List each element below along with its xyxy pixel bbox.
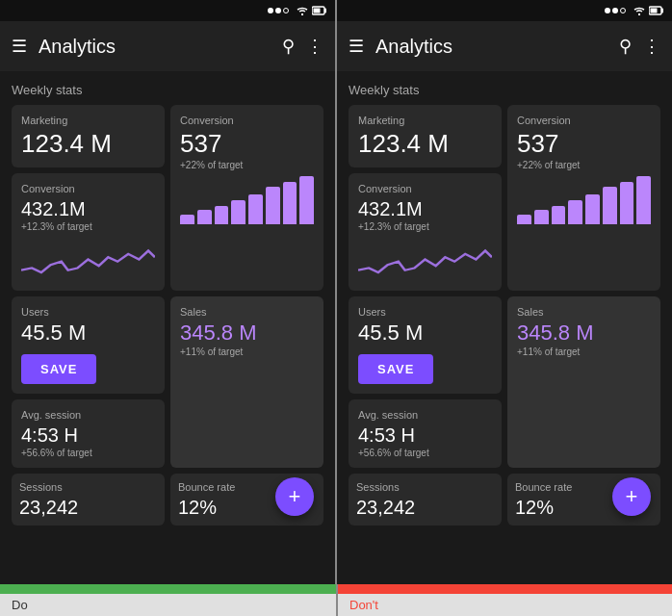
battery-icon-left (312, 6, 327, 15)
svg-rect-1 (314, 9, 321, 13)
users-value-left: 45.5 M (21, 321, 155, 345)
conversion-top-card-left: Conversion 537 +22% of target (170, 105, 323, 291)
sessions-label-left: Sessions (19, 481, 157, 493)
app-title-left: Analytics (39, 36, 271, 58)
bar-3-left (215, 206, 229, 224)
signal-dot-3-r (620, 8, 626, 13)
bounce-rate-card-left: Bounce rate 12% + (170, 474, 323, 526)
do-indicator (0, 584, 336, 594)
conversion-main-value-right: 432.1M (358, 198, 492, 219)
conversion-main-sub-right: +12.3% of target (358, 221, 492, 232)
more-icon-left[interactable]: ⋮ (306, 36, 323, 57)
app-bar-left: ☰ Analytics ⚲ ⋮ (0, 21, 335, 71)
bar-1-right (517, 215, 531, 224)
more-icon-right[interactable]: ⋮ (643, 36, 660, 57)
bar-1-left (180, 215, 194, 224)
conversion-main-card-right: Conversion 432.1M +12.3% of target (349, 173, 502, 291)
marketing-card-right: Marketing 123.4 M (349, 105, 502, 167)
bar-chart-right (517, 176, 651, 224)
bar-4-left (231, 200, 246, 224)
users-label-left: Users (21, 306, 155, 318)
conversion-top-card-right: Conversion 537 +22% of target (507, 105, 660, 291)
app-bar-right: ☰ Analytics ⚲ ⋮ (337, 21, 672, 71)
sales-sub-left: +11% of target (180, 346, 314, 357)
sales-card-right: Sales 345.8 M +11% of target (507, 296, 660, 468)
avg-session-sub-right: +56.6% of target (358, 448, 492, 458)
sessions-label-right: Sessions (356, 481, 494, 493)
avg-session-card-right: Avg. session 4:53 H +56.6% of target (349, 399, 502, 468)
signal-dot-1 (268, 8, 273, 13)
dont-label: Don't (338, 594, 672, 616)
sales-sub-right: +11% of target (517, 346, 651, 357)
sessions-value-left: 23,242 (19, 497, 157, 518)
bar-8-right (636, 176, 651, 224)
app-title-right: Analytics (375, 36, 607, 58)
conversion-main-sub-left: +12.3% of target (21, 221, 155, 232)
conversion-main-label-left: Conversion (21, 183, 155, 194)
bar-5-left (248, 194, 263, 224)
content-right: Weekly stats Marketing 123.4 M Conversio… (337, 71, 672, 584)
bar-8-left (299, 176, 314, 224)
status-bar-left (0, 0, 335, 21)
label-row: Do Don't (0, 594, 672, 616)
wifi-icon-left (296, 6, 309, 15)
users-value-right: 45.5 M (358, 321, 492, 345)
svg-rect-3 (651, 9, 658, 13)
marketing-value-left: 123.4 M (21, 130, 155, 158)
marketing-card-left: Marketing 123.4 M (12, 105, 165, 167)
conversion-top-sub-right: +22% of target (517, 160, 651, 170)
sparkline-left (21, 238, 155, 281)
conversion-top-value-right: 537 (517, 130, 651, 158)
sales-card-left: Sales 345.8 M +11% of target (170, 296, 323, 468)
bar-3-right (552, 206, 566, 224)
bar-2-left (197, 210, 212, 224)
users-card-left: Users 45.5 M SAVE (12, 296, 165, 394)
status-icons-left (268, 6, 327, 15)
marketing-label-left: Marketing (21, 115, 155, 126)
search-icon-right[interactable]: ⚲ (619, 36, 632, 57)
conversion-main-card-left: Conversion 432.1M +12.3% of target (12, 173, 165, 291)
bar-7-right (620, 182, 634, 224)
conversion-main-label-right: Conversion (358, 183, 492, 194)
bar-7-left (283, 182, 297, 224)
sessions-card-left: Sessions 23,242 (12, 474, 165, 526)
menu-icon-right[interactable]: ☰ (349, 36, 364, 57)
conversion-main-value-left: 432.1M (21, 198, 155, 219)
fab-right[interactable]: + (612, 477, 651, 516)
content-left: Weekly stats Marketing 123.4 M Conversio… (0, 71, 335, 584)
sales-value-right: 345.8 M (517, 321, 651, 345)
section-title-left: Weekly stats (12, 83, 323, 97)
sparkline-right (358, 238, 492, 281)
conversion-top-label-right: Conversion (517, 115, 651, 126)
conversion-top-label-left: Conversion (180, 115, 314, 126)
users-label-right: Users (358, 306, 492, 318)
bar-chart-left (180, 176, 314, 224)
battery-icon-right (649, 6, 664, 15)
dont-panel: ☰ Analytics ⚲ ⋮ Weekly stats Marketing 1… (337, 0, 672, 584)
sessions-value-right: 23,242 (356, 497, 494, 518)
sales-label-left: Sales (180, 306, 314, 318)
conversion-top-sub-left: +22% of target (180, 160, 314, 170)
sales-label-right: Sales (517, 306, 651, 318)
search-icon-left[interactable]: ⚲ (282, 36, 295, 57)
fab-left[interactable]: + (275, 477, 314, 516)
save-button-right[interactable]: SAVE (358, 354, 433, 384)
avg-session-value-right: 4:53 H (358, 424, 492, 446)
status-icons-right (605, 6, 664, 15)
signal-dot-2 (275, 8, 281, 13)
do-panel: ☰ Analytics ⚲ ⋮ Weekly stats Marketing 1… (0, 0, 335, 584)
bar-4-right (568, 200, 582, 224)
menu-icon-left[interactable]: ☰ (12, 36, 27, 57)
avg-session-sub-left: +56.6% of target (21, 448, 155, 458)
bar-2-right (534, 210, 549, 224)
bar-6-right (603, 187, 617, 224)
avg-session-value-left: 4:53 H (21, 424, 155, 446)
marketing-label-right: Marketing (358, 115, 492, 126)
signal-dot-1-r (605, 8, 610, 13)
section-title-right: Weekly stats (349, 83, 660, 97)
marketing-value-right: 123.4 M (358, 130, 492, 158)
save-button-left[interactable]: SAVE (21, 354, 96, 384)
sessions-card-right: Sessions 23,242 (349, 474, 502, 526)
status-bar-right (337, 0, 672, 21)
avg-session-card-left: Avg. session 4:53 H +56.6% of target (12, 399, 165, 468)
